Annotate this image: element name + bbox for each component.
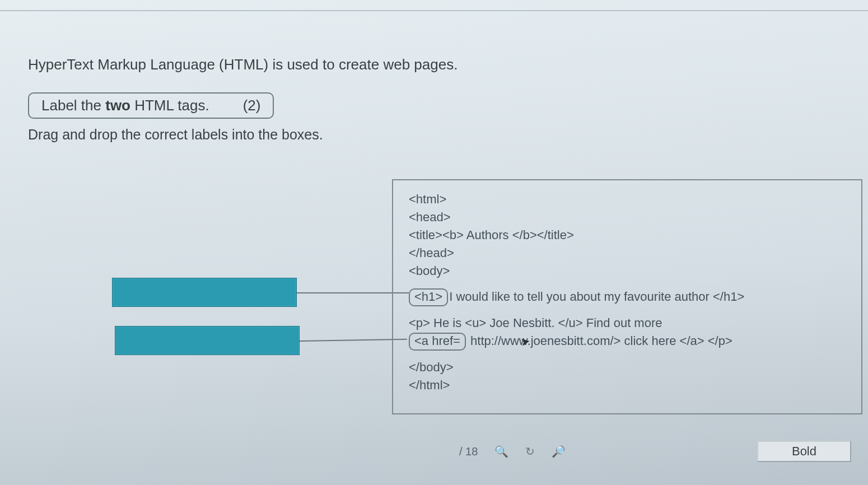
work-area: <html> <head> <title><b> Authors </b></t… [0, 174, 868, 465]
code-line: <h1>I would like to tell you about my fa… [409, 288, 850, 306]
code-panel: <html> <head> <title><b> Authors </b></t… [392, 179, 862, 414]
code-text: http://www.joenesbitt.com/> click here <… [467, 334, 732, 348]
code-line: <html> [409, 190, 850, 208]
instruction-marks: (2) [243, 97, 261, 114]
code-line: <title><b> Authors </b></title> [409, 226, 850, 244]
connector-line-2 [300, 339, 407, 342]
refresh-icon[interactable]: ↻ [525, 445, 535, 458]
bold-button[interactable]: Bold [757, 441, 851, 462]
boxed-tag-h1[interactable]: <h1> [409, 288, 448, 306]
code-line: <p> He is <u> Joe Nesbitt. </u> Find out… [409, 314, 850, 332]
instruction-text: Label the two HTML tags. [41, 97, 209, 114]
instruction-box: Label the two HTML tags. (2) [28, 92, 274, 119]
bottom-toolbar: / 18 🔍 ↻ 🔎 Bold [392, 438, 862, 465]
instruction-bold: two [105, 97, 130, 114]
instruction-suffix: HTML tags. [130, 97, 209, 114]
code-line: <head> [409, 208, 850, 226]
sub-instruction: Drag and drop the correct labels into th… [28, 127, 851, 143]
intro-text: HyperText Markup Language (HTML) is used… [28, 56, 851, 73]
code-line: </head> [409, 244, 850, 262]
drop-target-2[interactable] [115, 326, 300, 355]
zoom-out-icon[interactable]: 🔎 [552, 445, 566, 458]
instruction-prefix: Label the [41, 97, 105, 114]
code-line: </html> [409, 376, 850, 394]
drop-target-1[interactable] [112, 278, 297, 307]
code-line: <body> [409, 262, 850, 280]
page-count: / 18 [459, 445, 478, 458]
code-line: </body> [409, 358, 850, 376]
zoom-in-icon[interactable]: 🔍 [494, 445, 508, 458]
code-line: <a href= http://www.joenesbitt.com/> cli… [409, 332, 850, 351]
boxed-tag-a-href[interactable]: <a href= [409, 333, 466, 351]
top-divider [0, 10, 868, 11]
question-page: HyperText Markup Language (HTML) is used… [0, 0, 868, 485]
code-text: I would like to tell you about my favour… [449, 290, 744, 304]
